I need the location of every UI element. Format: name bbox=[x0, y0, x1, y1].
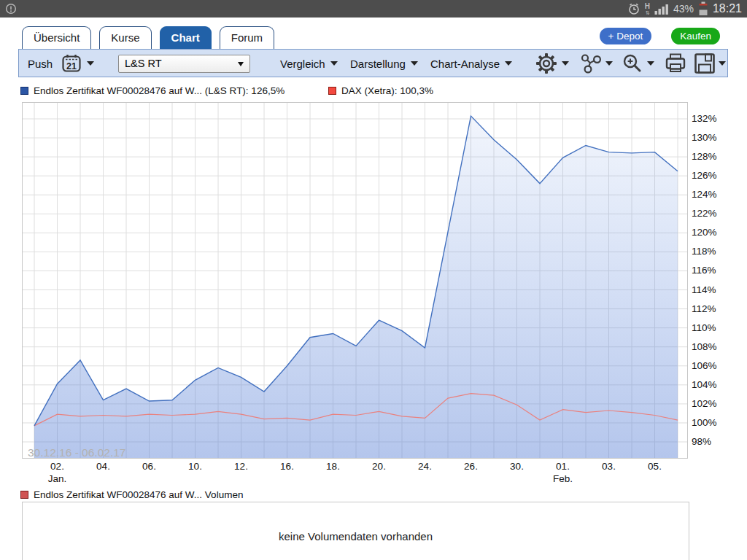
save-icon bbox=[694, 52, 716, 74]
signal-icon bbox=[654, 3, 669, 15]
legend-item-1: DAX (Xetra): 100,3% bbox=[328, 85, 433, 96]
x-axis-label: 04. bbox=[88, 461, 120, 472]
x-axis-label: 05. bbox=[639, 461, 671, 472]
zoom-in-icon bbox=[622, 52, 643, 74]
kaufen-button[interactable]: Kaufen bbox=[671, 28, 720, 44]
y-axis-label: 126% bbox=[692, 170, 717, 181]
y-axis-label: 118% bbox=[692, 246, 716, 257]
battery-icon bbox=[698, 1, 708, 16]
page: { "status_bar": { "time": "18:21", "batt… bbox=[0, 0, 747, 560]
y-axis-label: 130% bbox=[692, 132, 717, 143]
y-axis-label: 128% bbox=[692, 151, 717, 162]
volume-panel: keine Volumendaten vorhanden bbox=[22, 502, 689, 560]
tab-übersicht[interactable]: Übersicht bbox=[22, 26, 91, 49]
zoom-button[interactable] bbox=[622, 50, 654, 77]
zoom-caret-icon bbox=[647, 61, 654, 66]
x-axis-label: 06. bbox=[133, 461, 166, 472]
calendar-caret-icon bbox=[87, 61, 94, 66]
y-axis-label: 112% bbox=[692, 303, 716, 314]
menu-chart-analyse[interactable]: Chart-Analyse bbox=[430, 50, 512, 77]
volume-legend-label: Endlos Zertifikat WF00028476 auf W... Vo… bbox=[34, 489, 243, 500]
battery-percent: 43% bbox=[673, 3, 694, 15]
tab-chart[interactable]: Chart bbox=[160, 26, 212, 49]
legend-label: Endlos Zertifikat WF00028476 auf W... (L… bbox=[34, 85, 285, 96]
volume-legend: Endlos Zertifikat WF00028476 auf W... Vo… bbox=[20, 489, 243, 500]
svg-text:21: 21 bbox=[66, 61, 77, 71]
y-axis-label: 98% bbox=[692, 436, 711, 447]
alarm-icon bbox=[627, 2, 640, 15]
alert-circle-icon bbox=[5, 3, 17, 15]
x-axis-month-label: Jan. bbox=[42, 473, 74, 484]
x-axis-label: 02. bbox=[42, 461, 74, 472]
x-axis-label: 26. bbox=[455, 461, 487, 472]
tab-forum[interactable]: Forum bbox=[220, 26, 274, 49]
print-button[interactable] bbox=[664, 50, 687, 77]
y-axis-label: 110% bbox=[692, 322, 716, 333]
y-axis-label: 114% bbox=[692, 284, 716, 295]
calendar-icon: 21 bbox=[61, 53, 82, 74]
save-button[interactable] bbox=[694, 50, 726, 77]
tab-bar: ÜbersichtKurseChartForum bbox=[22, 26, 274, 49]
y-axis-label: 122% bbox=[692, 208, 717, 219]
menu-darstellung[interactable]: Darstellung bbox=[350, 50, 418, 77]
tab-kurse[interactable]: Kurse bbox=[99, 26, 151, 49]
settings-button[interactable] bbox=[535, 50, 569, 77]
y-axis-label: 132% bbox=[692, 113, 717, 124]
indicators-button[interactable] bbox=[580, 50, 613, 77]
chart-toolbar: Push 21 L&S RT Vergleich Darstellung Cha… bbox=[18, 49, 728, 77]
x-axis-label: 01. bbox=[547, 461, 579, 472]
x-axis-label: 24. bbox=[409, 461, 441, 472]
legend-swatch bbox=[20, 87, 28, 95]
status-bar: H⇅ 43% 18:21 bbox=[0, 0, 747, 18]
svg-text:30.12.16 - 06.02.17: 30.12.16 - 06.02.17 bbox=[28, 446, 125, 458]
printer-icon bbox=[664, 52, 687, 75]
gear-icon bbox=[535, 52, 558, 75]
push-toggle[interactable]: Push bbox=[28, 50, 53, 77]
y-axis-label: 120% bbox=[692, 227, 717, 238]
instrument-select[interactable]: L&S RT bbox=[118, 55, 250, 73]
x-axis-label: 10. bbox=[179, 461, 212, 472]
legend-label: DAX (Xetra): 100,3% bbox=[341, 85, 433, 96]
hspa-icon: H⇅ bbox=[645, 3, 650, 15]
x-axis-label: 30. bbox=[501, 461, 533, 472]
x-axis-label: 18. bbox=[317, 461, 349, 472]
y-axis-label: 102% bbox=[692, 398, 717, 409]
y-axis-label: 124% bbox=[692, 189, 717, 200]
settings-caret-icon bbox=[562, 61, 569, 66]
clock: 18:21 bbox=[713, 2, 742, 15]
indicators-caret-icon bbox=[605, 61, 613, 66]
depot-button[interactable]: + Depot bbox=[600, 28, 652, 44]
action-buttons: + DepotKaufen bbox=[600, 28, 720, 44]
volume-empty-message: keine Volumendaten vorhanden bbox=[23, 530, 689, 542]
select-caret-icon bbox=[238, 62, 244, 66]
legend-item-0: Endlos Zertifikat WF00028476 auf W... (L… bbox=[20, 85, 285, 96]
x-axis-label: 03. bbox=[593, 461, 625, 472]
y-axis-label: 100% bbox=[692, 417, 717, 428]
x-axis-label: 20. bbox=[363, 461, 395, 472]
y-axis-label: 108% bbox=[692, 341, 717, 352]
calendar-button[interactable]: 21 bbox=[61, 50, 94, 77]
y-axis-label: 104% bbox=[692, 379, 717, 390]
x-axis-month-label: Feb. bbox=[547, 473, 579, 484]
y-axis-label: 106% bbox=[692, 360, 717, 371]
volume-legend-swatch bbox=[20, 491, 28, 499]
x-axis-label: 12. bbox=[225, 461, 258, 472]
menu-vergleich[interactable]: Vergleich bbox=[280, 50, 338, 77]
save-caret-icon bbox=[719, 61, 726, 66]
y-axis-label: 116% bbox=[692, 265, 716, 276]
chart-plot-area[interactable]: 30.12.16 - 06.02.17 bbox=[22, 102, 688, 459]
legend-swatch bbox=[328, 87, 336, 95]
x-axis-label: 16. bbox=[271, 461, 303, 472]
molecule-icon bbox=[580, 52, 602, 74]
